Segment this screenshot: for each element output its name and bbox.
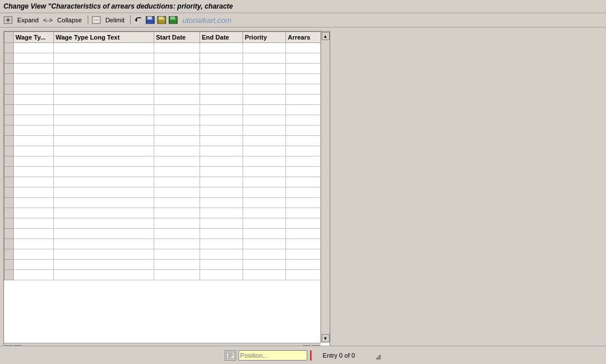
- wage-type-long-cell[interactable]: [54, 43, 154, 53]
- arrears-cell[interactable]: [286, 43, 321, 53]
- svg-rect-13: [170, 17, 175, 19]
- table-row[interactable]: [5, 64, 321, 74]
- end-date-cell[interactable]: [200, 43, 243, 53]
- save3-icon: [169, 16, 178, 24]
- svg-rect-10: [159, 17, 163, 19]
- col-header-wage-type-long: Wage Type Long Text: [54, 32, 154, 43]
- watermark-text: utorialkart.com: [182, 16, 231, 25]
- toolbar-sep-2: [130, 15, 131, 25]
- col-header-wage-type: Wage Ty...: [14, 32, 54, 43]
- start-date-cell[interactable]: [154, 43, 200, 53]
- row-selector[interactable]: [5, 53, 14, 64]
- row-selector[interactable]: [5, 43, 14, 53]
- wage-type-cell[interactable]: [14, 43, 54, 53]
- table-container: ▲ ▼ Wage Ty...: [3, 31, 330, 355]
- scroll-track-v: [322, 41, 330, 334]
- resize-handle[interactable]: [372, 351, 381, 360]
- table-row[interactable]: [5, 43, 321, 53]
- position-cursor: [310, 350, 311, 361]
- delimit-icon: [92, 16, 101, 24]
- collapse-button[interactable]: Collapse: [55, 15, 84, 25]
- priority-cell[interactable]: [243, 43, 286, 53]
- toolbar-sep-1: [88, 15, 88, 25]
- save1-icon: [146, 16, 155, 24]
- undo-icon: [134, 16, 143, 24]
- table-row[interactable]: [5, 239, 321, 249]
- col-header-end-date: End Date: [200, 32, 243, 43]
- table-row[interactable]: [5, 187, 321, 198]
- col-header-priority: Priority: [243, 32, 286, 43]
- table-scroll-area: Wage Ty... Wage Type Long Text Start Dat…: [4, 32, 320, 343]
- status-bar: Entry 0 of 0: [0, 346, 606, 364]
- vertical-scrollbar: ▲ ▼: [320, 32, 330, 343]
- svg-rect-14: [170, 20, 177, 24]
- table-row[interactable]: [5, 270, 321, 280]
- table-row[interactable]: [5, 198, 321, 208]
- expand-icon: [3, 16, 13, 24]
- table-row[interactable]: [5, 177, 321, 187]
- table-row[interactable]: [5, 208, 321, 218]
- table-row[interactable]: [5, 260, 321, 270]
- save2-icon: [157, 16, 166, 24]
- table-row[interactable]: [5, 146, 321, 156]
- scroll-down-button[interactable]: ▼: [322, 334, 330, 342]
- svg-rect-7: [147, 17, 152, 19]
- scroll-up-button[interactable]: ▲: [322, 32, 330, 40]
- main-content: ▲ ▼ Wage Ty...: [0, 28, 606, 358]
- table-row[interactable]: [5, 167, 321, 177]
- arrow-label: <->: [43, 17, 53, 24]
- table-row[interactable]: [5, 115, 321, 126]
- entry-count: Entry 0 of 0: [323, 352, 355, 359]
- title-bar: Change View "Characteristics of arrears …: [0, 0, 606, 13]
- table-row[interactable]: [5, 53, 321, 64]
- position-icon: [225, 350, 236, 361]
- data-table: Wage Ty... Wage Type Long Text Start Dat…: [4, 32, 320, 280]
- col-header-arrears: Arrears: [286, 32, 321, 43]
- position-field: [225, 350, 311, 361]
- table-row[interactable]: [5, 126, 321, 136]
- table-row[interactable]: [5, 218, 321, 229]
- col-header-sel: [5, 32, 14, 43]
- table-row[interactable]: [5, 84, 321, 95]
- table-row[interactable]: [5, 105, 321, 115]
- table-row[interactable]: [5, 229, 321, 239]
- col-header-start-date: Start Date: [154, 32, 200, 43]
- table-row[interactable]: [5, 156, 321, 167]
- svg-rect-8: [147, 20, 154, 24]
- table-row[interactable]: [5, 74, 321, 84]
- svg-rect-11: [158, 20, 165, 24]
- table-row[interactable]: [5, 249, 321, 260]
- delimit-button[interactable]: Delimit: [103, 15, 127, 25]
- position-input[interactable]: [239, 350, 307, 361]
- table-row[interactable]: [5, 136, 321, 146]
- title-text: Change View "Characteristics of arrears …: [3, 2, 233, 10]
- table-row[interactable]: [5, 95, 321, 105]
- expand-button[interactable]: Expand: [15, 15, 41, 25]
- toolbar: Expand <-> Collapse Delimit: [0, 13, 606, 28]
